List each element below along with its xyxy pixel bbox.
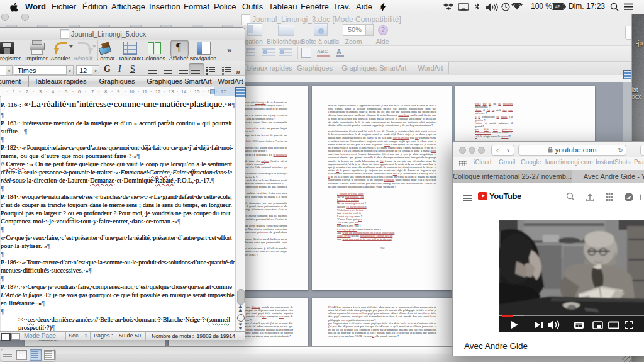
svg-text:42: 42: [555, 4, 560, 9]
